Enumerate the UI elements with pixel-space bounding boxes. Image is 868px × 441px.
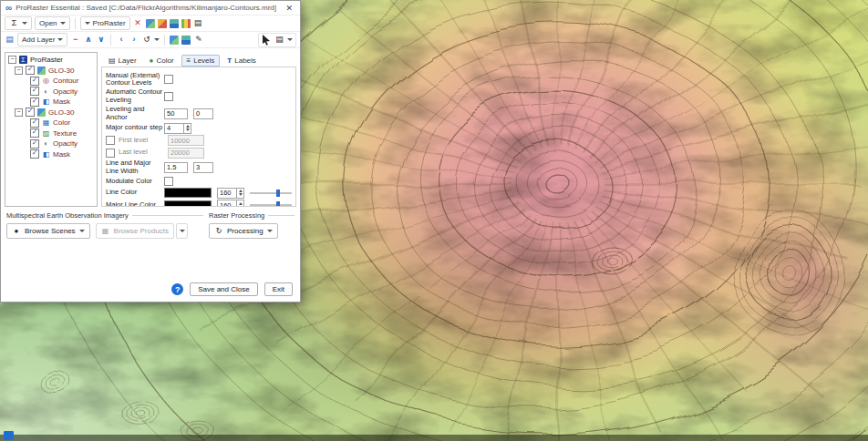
layer-checkbox[interactable] xyxy=(26,66,35,75)
layer-grid-icon[interactable] xyxy=(170,36,179,45)
edit-pencil-icon[interactable]: ✎ xyxy=(193,35,203,45)
processing-dropdown[interactable]: ↻ Processing xyxy=(209,223,278,239)
layer-checkbox[interactable] xyxy=(30,97,39,107)
last-level-input[interactable] xyxy=(168,148,204,159)
cursor-tool-icon[interactable] xyxy=(262,35,272,46)
undo-icon[interactable]: ‹ xyxy=(116,35,126,45)
profile-combo[interactable]: ProRaster xyxy=(80,16,130,30)
modulate-color-checkbox[interactable] xyxy=(164,177,173,186)
layer-checkbox[interactable] xyxy=(30,139,39,149)
tree-child-label[interactable]: Opacity xyxy=(53,139,78,148)
tab-labels[interactable]: T Labels xyxy=(222,55,261,67)
edit-layers-icon[interactable]: ▤ xyxy=(5,35,15,45)
layer-table-icon[interactable] xyxy=(181,36,191,45)
first-level-checkbox[interactable] xyxy=(106,136,115,145)
tree-item-root[interactable]: Σ ProRaster xyxy=(5,55,97,66)
auto-leveling-checkbox[interactable] xyxy=(164,92,173,101)
browse-products-button[interactable]: ▦ Browse Products xyxy=(96,223,174,239)
multispectral-buttons: ● Browse Scenes ▦ Browse Products xyxy=(6,223,203,239)
layer-checkbox[interactable] xyxy=(30,149,39,159)
tree-item-glo30-1[interactable]: GLO-30 xyxy=(5,66,97,77)
move-layer-up-icon[interactable]: ∧ xyxy=(83,35,93,45)
exit-button[interactable]: Exit xyxy=(264,282,293,296)
redo-icon[interactable]: › xyxy=(129,35,139,45)
sum-tool-button[interactable]: Σ xyxy=(5,16,32,30)
leveling-anchor-label: Leveling and Anchor xyxy=(106,106,164,121)
anchor-input[interactable] xyxy=(193,108,213,119)
tab-layer[interactable]: ▤ Layer xyxy=(103,55,142,67)
major-step-row: Major contour step xyxy=(106,123,292,134)
browse-scenes-button[interactable]: ● Browse Scenes xyxy=(6,223,90,239)
major-step-input[interactable] xyxy=(164,123,184,134)
layer-checkbox[interactable] xyxy=(30,77,39,86)
tree-child-label[interactable]: Opacity xyxy=(53,87,78,96)
contour-layer-icon: ◎ xyxy=(42,77,50,85)
line-width-input[interactable] xyxy=(164,162,188,173)
tree-child-label[interactable]: Texture xyxy=(53,129,77,138)
toolbar-separator xyxy=(164,35,165,46)
taskbar[interactable] xyxy=(0,435,868,441)
major-line-color-alpha-input[interactable] xyxy=(217,200,237,207)
layer-checkbox[interactable] xyxy=(26,108,35,117)
expander-icon[interactable] xyxy=(15,67,23,75)
histogram-icon[interactable] xyxy=(158,19,167,28)
layer-checkbox[interactable] xyxy=(30,118,39,128)
move-layer-down-icon[interactable]: ∨ xyxy=(96,35,106,45)
tree-root-label[interactable]: ProRaster xyxy=(30,56,63,64)
line-color-alpha-spinner[interactable] xyxy=(237,188,244,199)
tree-child-label[interactable]: Mask xyxy=(53,97,70,106)
tree-child-label[interactable]: Color xyxy=(53,118,70,127)
tree-child-label[interactable]: Mask xyxy=(53,150,70,159)
tree-item-mask-2[interactable]: ◧ Mask xyxy=(5,149,97,160)
color-table-icon[interactable] xyxy=(181,19,191,28)
remove-layer-icon[interactable]: − xyxy=(70,35,80,45)
labels-tab-icon: T xyxy=(227,56,232,65)
titlebar[interactable]: ∞ ProRaster Essential : Saved [C:/Data/F… xyxy=(1,1,300,15)
major-line-color-swatch[interactable] xyxy=(164,200,212,208)
leveling-input[interactable] xyxy=(164,108,188,119)
last-level-checkbox[interactable] xyxy=(106,149,115,158)
major-step-spinner[interactable] xyxy=(184,123,191,134)
close-button[interactable]: ✕ xyxy=(283,4,295,13)
tab-color[interactable]: ● Color xyxy=(144,55,180,67)
major-line-color-alpha-spinner[interactable] xyxy=(237,200,244,207)
raster-palette-icon[interactable] xyxy=(146,19,155,28)
major-line-color-row: Major Line Color xyxy=(106,200,292,207)
save-close-button[interactable]: Save and Close xyxy=(190,282,257,296)
tree-item-opacity-1[interactable]: ◐ Opacity xyxy=(5,87,97,97)
tree-item-color[interactable]: ▦ Color xyxy=(5,118,97,128)
caret-down-icon xyxy=(180,230,185,232)
add-layer-button[interactable]: Add Layer xyxy=(17,33,67,46)
line-color-alpha-input[interactable] xyxy=(217,188,237,199)
help-button[interactable]: ? xyxy=(171,283,183,295)
line-width-label: Line and Major Line Width xyxy=(106,159,164,175)
first-level-input[interactable] xyxy=(168,135,204,146)
open-button[interactable]: Open xyxy=(35,16,70,30)
measure-icon[interactable]: ▤ xyxy=(193,18,203,28)
tree-item-texture[interactable]: ▨ Texture xyxy=(5,128,97,139)
expander-icon[interactable] xyxy=(8,56,16,64)
statistics-grid-icon[interactable] xyxy=(170,19,179,28)
tab-levels[interactable]: ≡ Levels xyxy=(181,55,221,67)
tree-item-opacity-2[interactable]: ◐ Opacity xyxy=(5,138,97,149)
tree-group-label[interactable]: GLO-30 xyxy=(48,108,74,117)
caret-down-icon xyxy=(60,22,66,25)
tree-child-label[interactable]: Contour xyxy=(53,77,78,85)
refresh-icon[interactable]: ↺ xyxy=(141,35,151,45)
taskbar-start-icon[interactable] xyxy=(4,431,14,440)
tree-group-label[interactable]: GLO-30 xyxy=(48,67,74,75)
line-color-alpha-slider[interactable] xyxy=(250,189,292,198)
expander-icon[interactable] xyxy=(15,108,23,117)
delete-icon[interactable]: ✕ xyxy=(133,18,143,28)
layer-checkbox[interactable] xyxy=(30,87,39,96)
view-mode-icon[interactable]: ▤ xyxy=(274,35,284,45)
tree-item-mask-1[interactable]: ◧ Mask xyxy=(5,97,97,108)
layer-checkbox[interactable] xyxy=(30,128,39,138)
tree-item-glo30-2[interactable]: GLO-30 xyxy=(5,108,97,118)
major-line-color-alpha-slider[interactable] xyxy=(250,200,292,207)
major-line-width-input[interactable] xyxy=(193,162,213,173)
manual-levels-checkbox[interactable] xyxy=(164,75,173,84)
line-color-swatch[interactable] xyxy=(164,188,212,198)
tree-item-contour[interactable]: ◎ Contour xyxy=(5,76,97,87)
browse-products-caret-button[interactable] xyxy=(176,223,188,239)
